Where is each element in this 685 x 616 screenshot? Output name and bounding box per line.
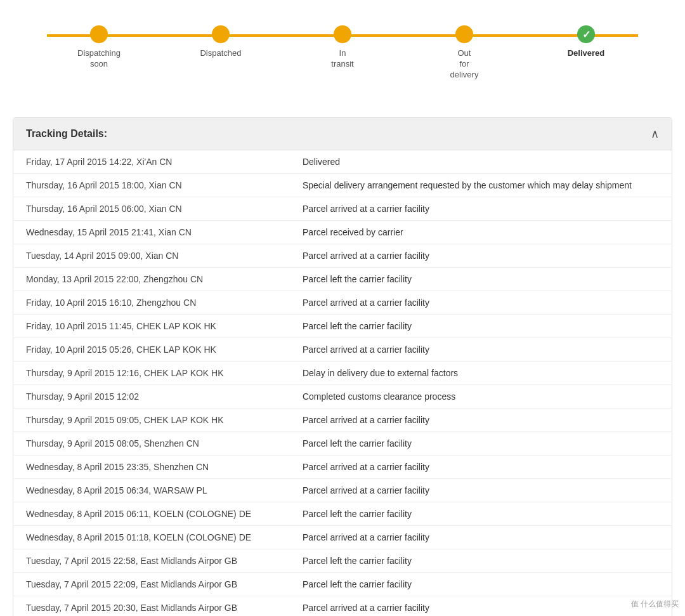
tracking-section: Tracking Details: ∧ Friday, 17 April 201… (13, 117, 672, 616)
row-datetime: Thursday, 9 April 2015 12:16, CHEK LAP K… (13, 361, 290, 384)
table-row: Friday, 10 April 2015 16:10, Zhengzhou C… (13, 291, 672, 314)
table-row: Wednesday, 8 April 2015 06:11, KOELN (CO… (13, 502, 672, 525)
progress-section: Dispatchingsoon Dispatched Intransit Out… (13, 13, 672, 105)
row-status: Parcel left the carrier facility (290, 431, 672, 455)
row-datetime: Tuesday, 7 April 2015 22:58, East Midlan… (13, 549, 290, 572)
table-row: Thursday, 9 April 2015 09:05, CHEK LAP K… (13, 408, 672, 431)
row-status: Parcel arrived at a carrier facility (290, 455, 672, 478)
table-row: Friday, 17 April 2015 14:22, Xi'An CNDel… (13, 150, 672, 174)
step-label-delivered: Delivered (568, 48, 605, 59)
step-dispatching-soon: Dispatchingsoon (38, 25, 160, 70)
step-label-out-for-delivery: Outfordelivery (450, 48, 479, 81)
row-datetime: Thursday, 9 April 2015 12:02 (13, 384, 290, 408)
step-circle-out-for-delivery (455, 25, 473, 43)
row-status: Delay in delivery due to external factor… (290, 361, 672, 384)
tracking-table: Friday, 17 April 2015 14:22, Xi'An CNDel… (13, 150, 672, 616)
table-row: Wednesday, 15 April 2015 21:41, Xian CNP… (13, 220, 672, 244)
row-status: Parcel arrived at a carrier facility (290, 525, 672, 549)
step-label-dispatching-soon: Dispatchingsoon (77, 48, 121, 70)
row-datetime: Friday, 17 April 2015 14:22, Xi'An CN (13, 150, 290, 174)
table-row: Thursday, 16 April 2015 18:00, Xian CNSp… (13, 173, 672, 197)
step-circle-dispatched (212, 25, 230, 43)
step-label-in-transit: Intransit (331, 48, 353, 70)
watermark: 值 什么值得买 (631, 599, 679, 610)
row-status: Parcel arrived at a carrier facility (290, 596, 672, 616)
table-row: Thursday, 9 April 2015 12:16, CHEK LAP K… (13, 361, 672, 384)
table-row: Wednesday, 8 April 2015 23:35, Shenzhen … (13, 455, 672, 478)
table-row: Tuesday, 7 April 2015 20:30, East Midlan… (13, 596, 672, 616)
table-row: Tuesday, 14 April 2015 09:00, Xian CNPar… (13, 244, 672, 267)
step-out-for-delivery: Outfordelivery (403, 25, 525, 81)
row-status: Parcel left the carrier facility (290, 572, 672, 596)
row-status: Parcel arrived at a carrier facility (290, 244, 672, 267)
page-wrapper: Dispatchingsoon Dispatched Intransit Out… (0, 0, 685, 616)
row-datetime: Wednesday, 8 April 2015 06:11, KOELN (CO… (13, 502, 290, 525)
row-status: Parcel left the carrier facility (290, 549, 672, 572)
row-datetime: Monday, 13 April 2015 22:00, Zhengzhou C… (13, 267, 290, 291)
row-datetime: Friday, 10 April 2015 05:26, CHEK LAP KO… (13, 337, 290, 361)
row-datetime: Thursday, 16 April 2015 06:00, Xian CN (13, 197, 290, 220)
row-status: Parcel left the carrier facility (290, 502, 672, 525)
table-row: Monday, 13 April 2015 22:00, Zhengzhou C… (13, 267, 672, 291)
row-status: Completed customs clearance process (290, 384, 672, 408)
row-status: Parcel arrived at a carrier facility (290, 337, 672, 361)
tracking-header[interactable]: Tracking Details: ∧ (13, 118, 672, 150)
row-datetime: Wednesday, 8 April 2015 01:18, KOELN (CO… (13, 525, 290, 549)
row-datetime: Thursday, 9 April 2015 08:05, Shenzhen C… (13, 431, 290, 455)
progress-bar: Dispatchingsoon Dispatched Intransit Out… (38, 25, 647, 81)
row-datetime: Wednesday, 8 April 2015 23:35, Shenzhen … (13, 455, 290, 478)
row-status: Delivered (290, 150, 672, 174)
row-datetime: Tuesday, 7 April 2015 20:30, East Midlan… (13, 596, 290, 616)
step-delivered: ✓ Delivered (525, 25, 647, 59)
row-datetime: Tuesday, 14 April 2015 09:00, Xian CN (13, 244, 290, 267)
step-dispatched: Dispatched (160, 25, 282, 59)
row-status: Parcel arrived at a carrier facility (290, 408, 672, 431)
row-datetime: Wednesday, 15 April 2015 21:41, Xian CN (13, 220, 290, 244)
checkmark-icon: ✓ (582, 29, 590, 41)
table-row: Thursday, 16 April 2015 06:00, Xian CNPa… (13, 197, 672, 220)
row-status: Parcel arrived at a carrier facility (290, 291, 672, 314)
row-status: Parcel arrived at a carrier facility (290, 478, 672, 502)
row-datetime: Wednesday, 8 April 2015 06:34, WARSAW PL (13, 478, 290, 502)
row-datetime: Friday, 10 April 2015 16:10, Zhengzhou C… (13, 291, 290, 314)
tracking-title: Tracking Details: (26, 128, 107, 140)
row-status: Special delivery arrangement requested b… (290, 173, 672, 197)
row-status: Parcel left the carrier facility (290, 267, 672, 291)
table-row: Thursday, 9 April 2015 12:02Completed cu… (13, 384, 672, 408)
table-row: Tuesday, 7 April 2015 22:58, East Midlan… (13, 549, 672, 572)
row-status: Parcel received by carrier (290, 220, 672, 244)
table-row: Friday, 10 April 2015 05:26, CHEK LAP KO… (13, 337, 672, 361)
row-datetime: Thursday, 9 April 2015 09:05, CHEK LAP K… (13, 408, 290, 431)
table-row: Friday, 10 April 2015 11:45, CHEK LAP KO… (13, 314, 672, 337)
row-status: Parcel left the carrier facility (290, 314, 672, 337)
row-datetime: Tuesday, 7 April 2015 22:09, East Midlan… (13, 572, 290, 596)
step-circle-in-transit (334, 25, 351, 43)
collapse-icon: ∧ (651, 127, 659, 141)
step-circle-delivered: ✓ (577, 25, 595, 43)
step-circle-dispatching-soon (90, 25, 108, 43)
step-label-dispatched: Dispatched (200, 48, 241, 59)
table-row: Thursday, 9 April 2015 08:05, Shenzhen C… (13, 431, 672, 455)
row-datetime: Thursday, 16 April 2015 18:00, Xian CN (13, 173, 290, 197)
row-datetime: Friday, 10 April 2015 11:45, CHEK LAP KO… (13, 314, 290, 337)
row-status: Parcel arrived at a carrier facility (290, 197, 672, 220)
table-row: Wednesday, 8 April 2015 06:34, WARSAW PL… (13, 478, 672, 502)
table-row: Wednesday, 8 April 2015 01:18, KOELN (CO… (13, 525, 672, 549)
step-in-transit: Intransit (282, 25, 403, 70)
table-row: Tuesday, 7 April 2015 22:09, East Midlan… (13, 572, 672, 596)
